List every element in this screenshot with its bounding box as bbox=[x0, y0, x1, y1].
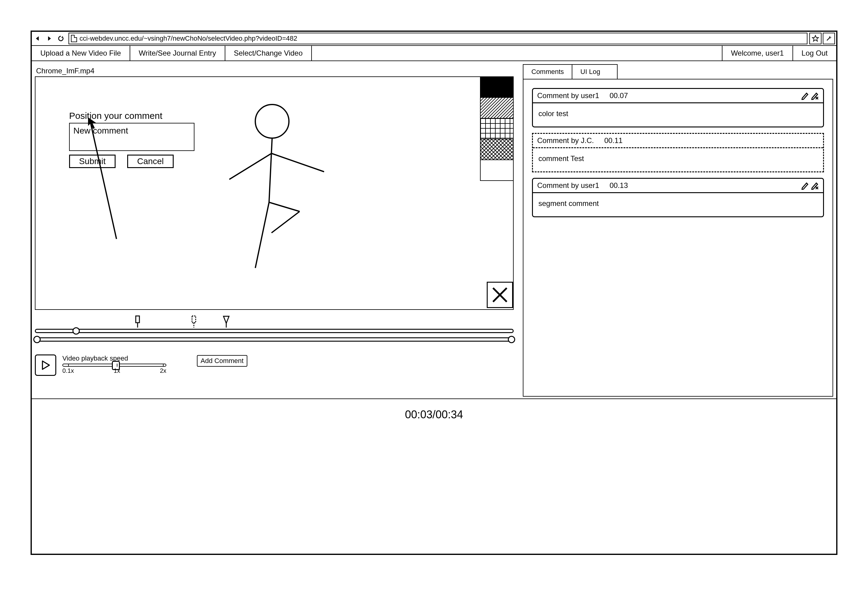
close-button[interactable] bbox=[487, 282, 513, 308]
cursor-icon bbox=[87, 117, 149, 245]
reload-button[interactable] bbox=[55, 33, 67, 44]
svg-rect-8 bbox=[480, 98, 513, 119]
swatch-diagonal[interactable] bbox=[480, 98, 513, 119]
svg-line-3 bbox=[271, 153, 324, 172]
tab-comments[interactable]: Comments bbox=[524, 65, 572, 79]
segment-end-thumb[interactable] bbox=[508, 336, 515, 343]
comment-body: comment Test bbox=[533, 148, 823, 172]
side-panel: Comments UI Log Comment by user1 00.07 c… bbox=[523, 64, 833, 396]
svg-rect-11 bbox=[136, 316, 140, 323]
comment-author: Comment by user1 bbox=[537, 91, 599, 100]
url-bar[interactable]: cci-webdev.uncc.edu/~vsingh7/newChoNo/se… bbox=[68, 33, 808, 44]
svg-rect-10 bbox=[480, 139, 513, 160]
scrub-thumb[interactable] bbox=[73, 327, 80, 335]
comment-card: Comment by user1 00.07 color test bbox=[532, 88, 824, 127]
timeline-markers bbox=[35, 315, 514, 329]
comment-time: 00.07 bbox=[610, 91, 628, 100]
url-text: cci-webdev.uncc.edu/~vsingh7/newChoNo/se… bbox=[79, 34, 297, 42]
comment-header: Comment by user1 00.13 bbox=[533, 179, 823, 193]
comment-body: segment comment bbox=[533, 193, 823, 216]
video-player[interactable]: Position your comment New comment Submit… bbox=[35, 76, 514, 310]
svg-line-6 bbox=[271, 212, 300, 233]
comment-author: Comment by user1 bbox=[537, 181, 599, 190]
video-frame-figure bbox=[205, 102, 327, 272]
svg-point-0 bbox=[255, 105, 289, 138]
tab-uilog[interactable]: UI Log bbox=[572, 65, 608, 79]
svg-rect-13 bbox=[192, 316, 196, 323]
speed-tick-max: 2x bbox=[160, 367, 166, 374]
welcome-label: Welcome, user1 bbox=[722, 46, 792, 60]
menu-spacer bbox=[312, 46, 722, 60]
swatch-white[interactable] bbox=[480, 160, 513, 181]
time-bar: 00:03/00:34 bbox=[32, 399, 836, 553]
swatch-black[interactable] bbox=[480, 77, 513, 98]
playback-controls: Video playback speed 0.1x 1x 2x Add Comm… bbox=[35, 354, 514, 376]
comment-time: 00.11 bbox=[604, 136, 623, 145]
delete-icon[interactable] bbox=[811, 91, 819, 100]
segment-track[interactable] bbox=[35, 337, 514, 342]
time-display: 00:03/00:34 bbox=[32, 408, 836, 421]
speed-slider[interactable] bbox=[62, 364, 166, 367]
menu-upload[interactable]: Upload a New Video File bbox=[32, 46, 130, 60]
browser-bar: cci-webdev.uncc.edu/~vsingh7/newChoNo/se… bbox=[32, 32, 836, 46]
swatch-crosshatch[interactable] bbox=[480, 139, 513, 160]
edit-icon[interactable] bbox=[801, 91, 809, 100]
video-filename: Chrome_ImF.mp4 bbox=[35, 64, 514, 76]
timeline bbox=[35, 315, 514, 349]
panel-tabs: Comments UI Log bbox=[523, 64, 618, 79]
segment-start-thumb[interactable] bbox=[33, 336, 41, 343]
svg-line-4 bbox=[255, 202, 269, 268]
add-comment-button[interactable]: Add Comment bbox=[197, 355, 247, 367]
svg-line-5 bbox=[269, 202, 300, 212]
comment-body: color test bbox=[533, 103, 823, 127]
comment-card: Comment by user1 00.13 segment comment bbox=[532, 178, 824, 217]
delete-icon[interactable] bbox=[811, 181, 819, 190]
comment-card: Comment by J.C. 00.11 comment Test bbox=[532, 133, 824, 172]
forward-button[interactable] bbox=[43, 33, 55, 44]
speed-control: Video playback speed 0.1x 1x 2x bbox=[62, 354, 166, 374]
marker-triangle[interactable] bbox=[223, 315, 230, 328]
speed-ticks: 0.1x 1x 2x bbox=[62, 367, 166, 374]
app-frame: cci-webdev.uncc.edu/~vsingh7/newChoNo/se… bbox=[31, 31, 837, 555]
comment-author: Comment by J.C. bbox=[537, 136, 594, 145]
svg-rect-9 bbox=[480, 119, 513, 139]
comment-header: Comment by user1 00.07 bbox=[533, 89, 823, 103]
svg-line-2 bbox=[229, 153, 271, 179]
svg-line-7 bbox=[90, 120, 116, 239]
comments-panel: Comment by user1 00.07 color test Commen… bbox=[523, 79, 833, 397]
speed-tick-mid: 1x bbox=[114, 367, 120, 374]
menu-bar: Upload a New Video File Write/See Journa… bbox=[32, 46, 836, 61]
menu-journal[interactable]: Write/See Journal Entry bbox=[130, 46, 225, 60]
bookmark-button[interactable] bbox=[809, 33, 822, 44]
video-column: Chrome_ImF.mp4 Position your comment New bbox=[35, 64, 514, 396]
logout-button[interactable]: Log Out bbox=[792, 46, 836, 60]
settings-button[interactable] bbox=[823, 33, 835, 44]
comment-header: Comment by J.C. 00.11 bbox=[533, 134, 823, 148]
marker-dashed[interactable] bbox=[191, 315, 197, 328]
play-button[interactable] bbox=[35, 354, 56, 376]
svg-line-1 bbox=[269, 138, 272, 202]
page-icon bbox=[71, 35, 77, 42]
edit-icon[interactable] bbox=[801, 181, 809, 190]
menu-select-video[interactable]: Select/Change Video bbox=[225, 46, 312, 60]
marker-solid[interactable] bbox=[135, 315, 141, 328]
scrub-track[interactable] bbox=[35, 329, 514, 333]
texture-palette bbox=[480, 77, 513, 181]
content-area: Chrome_ImF.mp4 Position your comment New bbox=[32, 61, 836, 399]
back-button[interactable] bbox=[32, 33, 43, 44]
swatch-grid[interactable] bbox=[480, 119, 513, 139]
speed-tick-min: 0.1x bbox=[62, 367, 74, 374]
comment-time: 00.13 bbox=[610, 181, 628, 190]
